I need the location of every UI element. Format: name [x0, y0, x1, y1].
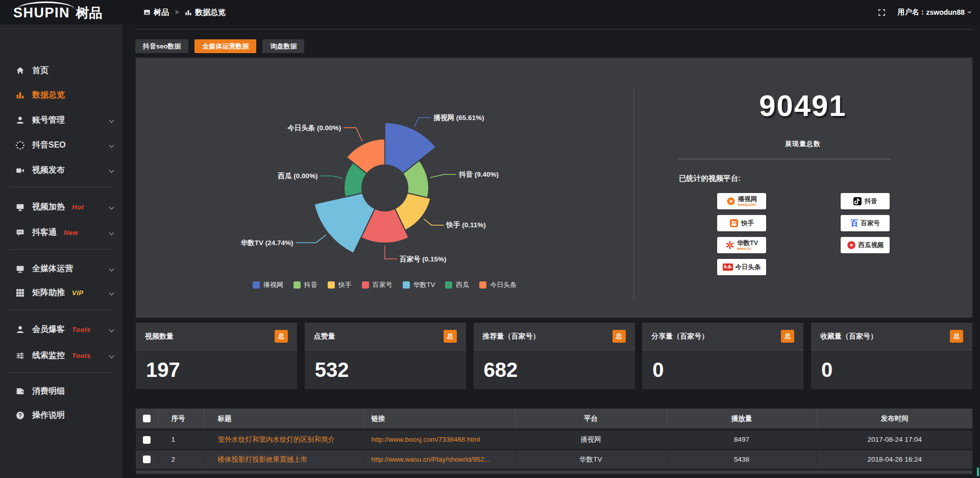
legend-label: 西瓜 — [456, 280, 469, 290]
platform-badge: 西瓜视频 — [841, 237, 890, 253]
legend-item-4[interactable]: 华数TV — [403, 280, 435, 290]
stat-card-value: 682 — [474, 350, 635, 381]
video-title-link[interactable]: 室外水纹灯和室内水纹灯的区别和简介 — [218, 436, 335, 443]
stat-card-header: 收藏量（百家号）总 — [811, 323, 972, 350]
legend-item-2[interactable]: 快手 — [328, 280, 352, 290]
row-checkbox[interactable] — [143, 456, 151, 463]
summary-panel: 90491 展现量总数 已统计的视频平台: 播视网boosj.com快手华数TV… — [633, 58, 972, 318]
wallet-icon — [15, 387, 24, 396]
sidebar-item-clue-monitor[interactable]: 线索监控Tools — [0, 348, 122, 363]
app-logo: SHUPIN 树品 — [13, 4, 102, 22]
sidebar-item-video-publish[interactable]: 视频发布 — [0, 163, 122, 177]
chart-panel: 播视网 (65.61%)抖音 (9.40%)快手 (0.11%)百家号 (0.1… — [136, 58, 972, 318]
fullscreen-icon[interactable] — [878, 9, 886, 16]
chevron-down-icon — [109, 230, 114, 235]
platform-name: 百家号 — [861, 220, 880, 227]
user-icon — [15, 116, 24, 125]
sidebar-item-label: 矩阵助推 — [32, 288, 65, 298]
video-url-link[interactable]: http://www.wasu.cn/Play/show/id/952... — [372, 456, 491, 463]
xigua-logo-icon — [847, 241, 856, 250]
sidebar-item-member-burst[interactable]: 会员爆客Tools — [0, 322, 122, 337]
topbar-actions: 用户名： zswodun88 — [878, 0, 971, 25]
chevron-down-icon — [109, 353, 114, 358]
legend-chip — [403, 281, 410, 289]
sidebar-item-home[interactable]: 首页 — [0, 63, 122, 78]
table-row: 2楼体投影灯投影效果震撼上市http://www.wasu.cn/Play/sh… — [136, 449, 972, 469]
total-badge[interactable]: 总 — [781, 330, 794, 343]
stat-card-2: 推荐量（百家号）总682 — [474, 323, 635, 389]
screen: SHUPIN 树品 树品 > 数据总览 用户名： zswodun88 首页 — [0, 0, 980, 478]
gear-icon — [15, 141, 24, 150]
sidebar-item-omnimedia-operation[interactable]: 全媒体运营 — [0, 261, 122, 276]
legend-item-6[interactable]: 今日头条 — [479, 280, 517, 290]
sidebar-item-account-management[interactable]: 账号管理 — [0, 113, 122, 127]
tab-0[interactable]: 抖音seo数据 — [135, 39, 188, 53]
videos-data-table: 序号标题链接平台播放量发布时间1室外水纹灯和室内水纹灯的区别和简介http://… — [136, 409, 972, 470]
video-title-link[interactable]: 楼体投影灯投影效果震撼上市 — [218, 456, 308, 463]
platform-badge-text: 西瓜视频 — [859, 242, 884, 249]
logo-text-cn: 树品 — [76, 5, 102, 20]
platform-sub: wasu.cn — [737, 247, 751, 251]
row-plays-cell: 5438 — [667, 449, 817, 469]
pie-slice-4[interactable] — [314, 193, 375, 253]
platform-name: 今日头条 — [736, 264, 761, 271]
breadcrumb-root[interactable]: 树品 — [154, 8, 169, 17]
legend-item-3[interactable]: 百家号 — [362, 280, 393, 290]
total-impressions-value: 90491 — [633, 88, 972, 123]
table-header-row: 序号标题链接平台播放量发布时间 — [136, 409, 972, 429]
stat-card-value: 197 — [136, 350, 297, 381]
stat-card-value: 532 — [305, 350, 466, 381]
sidebar-item-label: 抖客通 — [32, 227, 57, 238]
scrollbar-thumb[interactable] — [977, 467, 979, 476]
legend-item-5[interactable]: 西瓜 — [445, 280, 469, 290]
pie-label-line — [321, 176, 343, 179]
sidebar-item-matrix-boost[interactable]: 矩阵助推VIP — [0, 285, 122, 300]
sidebar-item-consumption-detail[interactable]: 消费明细 — [0, 384, 122, 398]
pie-label: 今日头条 (0.00%) — [287, 124, 341, 132]
baijiahao-logo-icon: 百 — [850, 219, 858, 228]
sidebar-item-badge: Tools — [72, 352, 91, 360]
sidebar-item-badge: Tools — [72, 326, 91, 333]
toutiao-logo-icon: 头条 — [723, 264, 733, 271]
row-checkbox[interactable] — [143, 436, 151, 444]
row-link-cell: http://www.boosj.com/7338468.html — [364, 429, 515, 449]
total-badge[interactable]: 总 — [444, 330, 457, 343]
stat-card-label: 推荐量（百家号） — [483, 332, 540, 341]
chevron-down-icon — [109, 168, 114, 173]
pie-slice-0[interactable] — [385, 123, 436, 174]
stat-card-header: 视频数量总 — [136, 323, 297, 350]
user-menu[interactable]: 用户名： zswodun88 — [898, 8, 971, 17]
sidebar-item-label: 账号管理 — [32, 115, 65, 126]
total-badge[interactable]: 总 — [612, 330, 626, 343]
chevron-down-icon — [109, 142, 114, 148]
platform-badge: 百百家号 — [841, 215, 890, 231]
data-tabs: 抖音seo数据全媒体运营数据询盘数据 — [135, 39, 304, 53]
row-platform-cell: 华数TV — [515, 449, 667, 469]
pie-label-line — [296, 235, 327, 243]
username-label: 用户名： — [898, 8, 926, 17]
total-badge[interactable]: 总 — [275, 330, 288, 343]
sidebar-item-douketong[interactable]: 抖客通New — [0, 225, 122, 240]
sidebar-item-label: 视频发布 — [32, 165, 65, 176]
boosj-logo-icon — [726, 197, 736, 206]
stat-card-header: 推荐量（百家号）总 — [474, 323, 635, 350]
content-divider — [135, 29, 972, 30]
stat-card-label: 视频数量 — [145, 332, 174, 341]
platform-name: 华数TV — [737, 240, 758, 247]
tab-1[interactable]: 全媒体运营数据 — [194, 39, 256, 53]
sliders-icon — [15, 351, 24, 360]
tab-2[interactable]: 询盘数据 — [262, 39, 304, 53]
select-all-checkbox[interactable] — [143, 415, 151, 422]
legend-item-1[interactable]: 抖音 — [293, 280, 317, 290]
video-url-link[interactable]: http://www.boosj.com/7338468.html — [372, 436, 480, 443]
legend-label: 播视网 — [263, 280, 283, 290]
legend-item-0[interactable]: 播视网 — [253, 280, 283, 290]
legend-label: 华数TV — [413, 280, 435, 290]
table-header-3: 平台 — [515, 409, 667, 429]
sidebar-item-data-overview[interactable]: 数据总览 — [0, 88, 122, 102]
total-badge[interactable]: 总 — [950, 330, 963, 343]
sidebar-item-douyin-seo[interactable]: 抖音SEO — [0, 138, 122, 152]
sidebar-item-instructions[interactable]: ?操作说明 — [0, 408, 122, 422]
platforms-caption: 已统计的视频平台: — [679, 174, 741, 183]
sidebar-item-video-heating[interactable]: 视频加热Hot — [0, 200, 122, 214]
